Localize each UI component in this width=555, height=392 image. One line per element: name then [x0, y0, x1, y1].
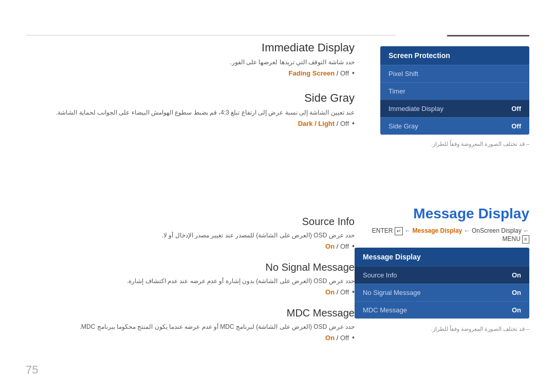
immediate-display-options: Fading Screen / Off •	[26, 69, 355, 77]
nav-menu: MENU ≡	[502, 235, 529, 242]
immediate-display-item[interactable]: Immediate Display Off	[380, 100, 529, 117]
enter-icon: ↵	[395, 227, 403, 235]
nav-arrow-2: ←	[464, 227, 472, 234]
nav-onscreen: OnScreen Display	[472, 227, 522, 234]
sep5: /	[335, 334, 340, 342]
source-info-panel-label: Source Info	[363, 271, 397, 279]
nav-arrow-3: ←	[523, 227, 529, 234]
message-display-panel: Message Display ENTER ↵ ← Message Displa…	[355, 206, 529, 332]
source-info-panel-value: On	[512, 271, 521, 279]
bullet-5: •	[352, 333, 355, 342]
no-signal-panel-label: No Signal Message	[363, 289, 421, 296]
side-gray-off-label: Off	[340, 120, 349, 127]
immediate-display-title: Immediate Display	[26, 41, 355, 54]
mdc-message-arabic: حدد عرض OSD (العرض على الشاشة) لبرنامج M…	[26, 322, 355, 331]
no-signal-message-item[interactable]: No Signal Message On	[355, 284, 529, 301]
immediate-display-panel-value: Off	[511, 105, 521, 113]
side-gray-item[interactable]: Side Gray Off	[380, 117, 529, 135]
mdc-message-panel-label: MDC Message	[363, 306, 407, 314]
section-source-info: Source Info حدد عرض OSD (العرض على الشاش…	[26, 216, 355, 250]
no-signal-options: On / Off •	[26, 288, 355, 296]
side-gray-title: Side Gray	[26, 91, 355, 105]
timer-label: Timer	[388, 87, 405, 95]
screen-protection-panel: Screen Protection Pixel Shift Timer Imme…	[380, 46, 529, 147]
message-display-title: Message Display	[355, 206, 529, 222]
screen-protection-note: – قد تختلف الصورة المعروضة وفقاً للطراز.	[380, 141, 529, 147]
top-rule-right	[447, 35, 529, 36]
source-info-options: On / Off •	[26, 242, 355, 250]
pixel-shift-label: Pixel Shift	[388, 70, 418, 78]
mdc-message-panel-value: On	[512, 306, 521, 314]
screen-protection-header: Screen Protection	[380, 46, 529, 65]
message-display-box: Message Display Source Info On No Signal…	[355, 248, 529, 319]
immediate-display-option-text: Fading Screen / Off	[289, 69, 349, 77]
enter-navigation-bar: ENTER ↵ ← Message Display ← OnScreen Dis…	[355, 227, 529, 244]
bullet-1: •	[352, 69, 355, 77]
enter-label: ENTER ↵	[372, 227, 403, 234]
bullet-2: •	[352, 119, 355, 127]
section-immediate-display: Immediate Display حدد شاشة التوقف التي ت…	[26, 41, 355, 77]
source-info-title: Source Info	[26, 216, 355, 228]
no-signal-off-label: Off	[340, 288, 349, 296]
no-signal-title: No Signal Message	[26, 262, 355, 273]
mdc-message-item[interactable]: MDC Message On	[355, 301, 529, 319]
mdc-message-on-label: On	[325, 334, 335, 342]
no-signal-option-text: On / Off	[325, 288, 349, 296]
bullet-3: •	[352, 242, 355, 250]
immediate-off-label: Off	[340, 69, 349, 77]
sep1: /	[335, 69, 340, 77]
mdc-message-off-label: Off	[340, 334, 349, 342]
source-info-off-label: Off	[340, 242, 349, 250]
side-gray-panel-label: Side Gray	[388, 122, 418, 130]
nav-arrow-1: ←	[404, 227, 412, 234]
section-no-signal: No Signal Message حدد عرض OSD (العرض على…	[26, 262, 355, 296]
left-top-column: Immediate Display حدد شاشة التوقف التي ت…	[26, 41, 355, 142]
dark-light-label: Dark / Light	[298, 120, 335, 127]
timer-item[interactable]: Timer	[380, 82, 529, 100]
message-display-box-header: Message Display	[355, 248, 529, 266]
source-info-option-text: On / Off	[325, 242, 349, 250]
side-gray-options: Dark / Light / Off •	[26, 119, 355, 127]
section-mdc-message: MDC Message حدد عرض OSD (العرض على الشاش…	[26, 307, 355, 342]
mdc-message-title: MDC Message	[26, 307, 355, 319]
immediate-display-panel-label: Immediate Display	[388, 105, 443, 113]
source-info-arabic: حدد عرض OSD (العرض على الشاشة) للمصدر عن…	[26, 231, 355, 240]
side-gray-arabic: عند تعيين الشاشة إلى نسبة عرض إلى ارتفاع…	[26, 108, 355, 117]
no-signal-arabic: حدد عرض OSD (العرض على الشاشة) بدون إشار…	[26, 276, 355, 286]
pixel-shift-item[interactable]: Pixel Shift	[380, 65, 529, 82]
sep2: /	[335, 120, 340, 127]
side-gray-option-text: Dark / Light / Off	[298, 120, 349, 127]
menu-icon: ≡	[522, 235, 529, 244]
no-signal-on-label: On	[325, 288, 335, 296]
page-number: 75	[26, 363, 38, 377]
bullet-4: •	[352, 288, 355, 296]
fading-screen-label: Fading Screen	[289, 69, 335, 77]
immediate-display-arabic: حدد شاشة التوقف التي تريدها لعرضها على ا…	[26, 58, 355, 67]
top-rule-left	[26, 35, 396, 35]
side-gray-panel-value: Off	[511, 122, 521, 130]
message-display-note: – قد تختلف الصورة المعروضة وفقاً للطراز.	[355, 326, 529, 332]
mdc-message-options: On / Off •	[26, 333, 355, 342]
source-info-item[interactable]: Source Info On	[355, 266, 529, 284]
sep4: /	[335, 288, 340, 296]
no-signal-panel-value: On	[512, 289, 521, 296]
left-bottom-column: Source Info حدد عرض OSD (العرض على الشاش…	[26, 216, 355, 353]
sep3: /	[335, 242, 340, 250]
section-side-gray: Side Gray عند تعيين الشاشة إلى نسبة عرض …	[26, 91, 355, 127]
mdc-message-option-text: On / Off	[325, 334, 349, 342]
source-info-on-label: On	[325, 242, 335, 250]
nav-message-display: Message Display	[413, 227, 462, 234]
screen-protection-box: Screen Protection Pixel Shift Timer Imme…	[380, 46, 529, 135]
